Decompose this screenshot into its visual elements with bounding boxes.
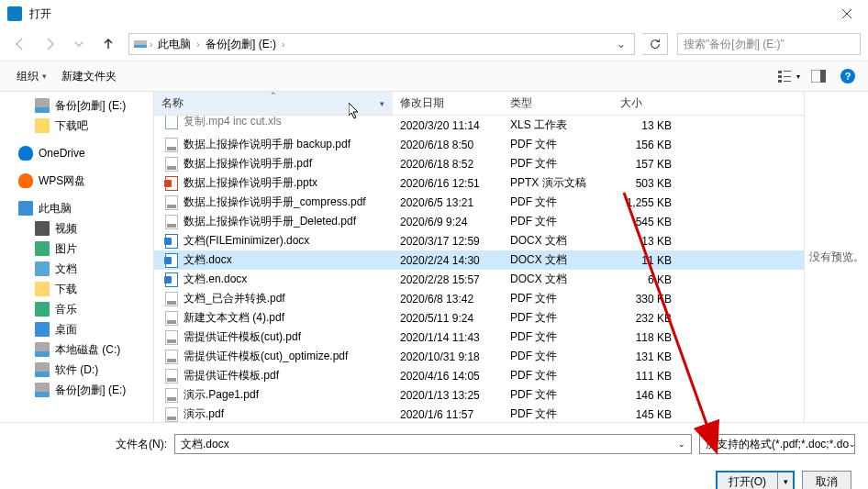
sidebar-item-label: 视频 [55, 221, 77, 237]
file-row[interactable]: 需提供证件模板.pdf2020/4/16 14:05PDF 文件111 KB [154, 366, 804, 385]
cancel-button[interactable]: 取消 [802, 471, 851, 489]
svg-rect-2 [778, 71, 782, 73]
search-input[interactable]: 搜索"备份[勿删] (E:)" [677, 33, 861, 55]
sidebar-item[interactable]: 文档 [0, 259, 153, 279]
sidebar-item[interactable]: 下载 [0, 279, 153, 299]
close-button[interactable] [826, 0, 868, 28]
sidebar-item[interactable]: OneDrive [0, 143, 153, 163]
folder-dl-icon [35, 118, 50, 133]
svg-rect-4 [778, 80, 782, 83]
recent-dropdown[interactable] [66, 31, 92, 57]
file-row[interactable]: 数据上报操作说明手册 backup.pdf2020/6/18 8:50PDF 文… [154, 135, 804, 154]
file-row[interactable]: 演示.Page1.pdf2020/1/13 13:25PDF 文件146 KB [154, 385, 804, 405]
file-row[interactable]: 需提供证件模板(cut)_optimize.pdf2020/10/31 9:18… [154, 347, 804, 366]
sidebar-item-label: 文档 [55, 261, 77, 277]
address-bar[interactable]: › 此电脑 › 备份[勿删] (E:) › ⌄ [128, 33, 635, 55]
file-name: 新建文本文档 (4).pdf [184, 310, 284, 326]
filename-input[interactable]: 文档.docx⌄ [174, 434, 692, 454]
help-button[interactable]: ? [837, 65, 859, 87]
preview-pane: 没有预览。 [804, 92, 868, 422]
file-icon [165, 388, 178, 403]
folder-dl-icon [35, 282, 50, 296]
forward-button[interactable] [37, 31, 62, 57]
drive-icon [133, 37, 148, 51]
sidebar-item-label: 本地磁盘 (C:) [55, 342, 120, 358]
sidebar-item[interactable]: WPS网盘 [0, 171, 153, 191]
sidebar-item[interactable]: 音乐 [0, 299, 153, 319]
file-icon [165, 234, 178, 249]
file-row[interactable]: 文档(FILEminimizer).docx2020/3/17 12:59DOC… [154, 231, 804, 250]
file-row[interactable]: 文档.en.docx2020/2/28 15:57DOCX 文档6 KB [154, 270, 804, 289]
breadcrumb-pc[interactable]: 此电脑 [154, 37, 195, 52]
column-size[interactable]: 大小 [613, 92, 686, 115]
open-button[interactable]: 打开(O)▾ [716, 471, 795, 489]
column-headers: ⌃名称▾ 修改日期 类型 大小 [154, 92, 804, 116]
filetype-filter[interactable]: 所支持的格式(*.pdf;*.doc;*.do⌄ [699, 434, 855, 454]
sidebar-item-label: 备份[勿删] (E:) [55, 98, 126, 114]
file-row[interactable]: 数据上报操作说明手册.pdf2020/6/18 8:52PDF 文件157 KB [154, 154, 804, 173]
sidebar-item-label: OneDrive [39, 147, 85, 160]
file-icon [165, 292, 178, 306]
sidebar-item[interactable]: 备份[勿删] (E:) [0, 95, 153, 116]
drive-icon [35, 362, 50, 377]
chevron-right-icon[interactable]: › [280, 39, 286, 50]
address-dropdown[interactable]: ⌄ [612, 38, 630, 50]
drive-icon [35, 98, 50, 113]
sidebar-item[interactable]: 桌面 [0, 319, 153, 339]
file-name: 需提供证件模板(cut)_optimize.pdf [184, 349, 348, 364]
drive-icon [35, 383, 50, 397]
file-name: 文档.en.docx [184, 272, 247, 287]
sidebar-item[interactable]: 图片 [0, 239, 153, 259]
wps-icon [18, 173, 33, 188]
sidebar-item-label: 下载吧 [55, 118, 88, 134]
sidebar-item[interactable]: 备份[勿删] (E:) [0, 380, 153, 400]
back-button[interactable] [7, 31, 33, 57]
chevron-right-icon[interactable]: › [195, 39, 201, 50]
file-row[interactable]: 文档_已合并转换.pdf2020/6/8 13:42PDF 文件330 KB [154, 289, 804, 308]
new-folder-button[interactable]: 新建文件夹 [54, 65, 124, 88]
file-row[interactable]: 文档.docx2020/2/24 14:30DOCX 文档11 KB [154, 250, 804, 270]
sidebar-item[interactable]: 本地磁盘 (C:) [0, 339, 153, 360]
pc-icon [18, 201, 33, 216]
file-row[interactable]: 数据上报操作说明手册.pptx2020/6/16 12:51PPTX 演示文稿5… [154, 173, 804, 193]
organize-button[interactable]: 组织▾ [9, 65, 54, 88]
breadcrumb-drive[interactable]: 备份[勿删] (E:) [202, 37, 280, 52]
file-row[interactable]: 数据上报操作说明手册_Deleted.pdf2020/6/9 9:24PDF 文… [154, 212, 804, 231]
chevron-right-icon[interactable]: › [148, 39, 154, 50]
file-icon [165, 272, 178, 287]
column-type[interactable]: 类型 [503, 92, 613, 115]
file-icon [165, 195, 178, 210]
sidebar-item[interactable]: 视频 [0, 218, 153, 239]
sidebar-item[interactable]: 此电脑 [0, 198, 153, 218]
file-row[interactable]: 复制.mp4 inc cut.xls2020/3/20 11:14XLS 工作表… [154, 116, 804, 135]
search-placeholder: 搜索"备份[勿删] (E:)" [684, 37, 785, 52]
sidebar-item-label: 下载 [55, 282, 77, 297]
file-icon [165, 350, 178, 364]
onedrive-icon [18, 146, 33, 161]
refresh-button[interactable] [642, 33, 668, 55]
up-button[interactable] [95, 31, 121, 57]
docs-icon [35, 261, 50, 276]
file-row[interactable]: 数据上报操作说明手册_compress.pdf2020/6/5 13:21PDF… [154, 193, 804, 212]
sidebar-item[interactable]: 下载吧 [0, 116, 153, 136]
sidebar-item-label: 桌面 [55, 322, 77, 338]
file-row[interactable]: 演示.pdf2020/1/6 11:57PDF 文件145 KB [154, 405, 804, 422]
desktop-icon [35, 322, 50, 337]
file-name: 数据上报操作说明手册_compress.pdf [184, 194, 366, 210]
file-row[interactable]: 需提供证件模板(cut).pdf2020/1/14 11:43PDF 文件118… [154, 328, 804, 347]
view-options-button[interactable]: ▾ [778, 65, 800, 87]
column-name[interactable]: ⌃名称▾ [154, 92, 393, 115]
file-icon [165, 157, 178, 172]
file-icon [165, 311, 178, 326]
sidebar-item[interactable]: 软件 (D:) [0, 360, 153, 380]
file-icon [165, 116, 178, 129]
file-name: 文档(FILEminimizer).docx [184, 233, 309, 249]
file-list: 复制.mp4 inc cut.xls2020/3/20 11:14XLS 工作表… [154, 116, 804, 422]
column-date[interactable]: 修改日期 [393, 92, 503, 115]
file-row[interactable]: 新建文本文档 (4).pdf2020/5/11 9:24PDF 文件232 KB [154, 308, 804, 328]
file-name: 数据上报操作说明手册 backup.pdf [184, 137, 351, 152]
file-name: 数据上报操作说明手册_Deleted.pdf [184, 214, 356, 229]
file-name: 数据上报操作说明手册.pdf [184, 156, 312, 172]
sidebar-item-label: WPS网盘 [39, 173, 85, 189]
preview-pane-button[interactable] [807, 65, 829, 87]
